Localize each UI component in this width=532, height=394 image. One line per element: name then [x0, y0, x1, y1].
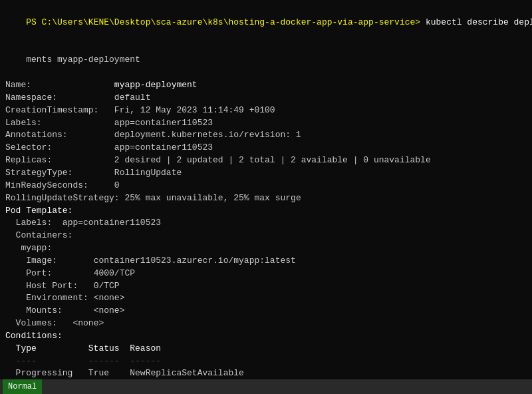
field-annotations: Annotations: deployment.kubernetes.io/re…	[5, 129, 527, 142]
pod-labels: Labels: app=container110523	[5, 217, 527, 230]
command-continuation: ments myapp-deployment	[5, 42, 527, 80]
mode-indicator: Normal	[3, 379, 42, 394]
field-namespace: Namespace: default	[5, 92, 527, 104]
field-creation: CreationTimestamp: Fri, 12 May 2023 11:1…	[5, 104, 527, 117]
prompt: PS C:\Users\KENE\Desktop\sca-azure\k8s\h…	[26, 17, 420, 27]
field-name: Name: myapp-deployment	[5, 79, 527, 92]
container-mounts: Mounts: <none>	[5, 305, 527, 317]
mode-label: Normal	[8, 382, 37, 391]
volumes: Volumes: <none>	[5, 317, 527, 330]
conditions-header: Type Status Reason	[5, 343, 527, 355]
field-rollingstrategy: RollingUpdateStrategy: 25% max unavailab…	[5, 192, 527, 205]
command-cont-text: ments myapp-deployment	[26, 55, 140, 65]
field-replicas: Replicas: 2 desired | 2 updated | 2 tota…	[5, 154, 527, 167]
container-image: Image: container110523.azurecr.io/myapp:…	[5, 255, 527, 268]
condition-progressing: Progressing True NewReplicaSetAvailable	[5, 367, 527, 380]
container-name: myapp:	[5, 242, 527, 255]
conditions-separator: ---- ------ ------	[5, 355, 527, 368]
field-strategy: StrategyType: RollingUpdate	[5, 167, 527, 180]
field-minready: MinReadySeconds: 0	[5, 180, 527, 192]
command: kubectl describe deploy	[420, 17, 532, 27]
command-line: PS C:\Users\KENE\Desktop\sca-azure\k8s\h…	[5, 4, 527, 42]
terminal: PS C:\Users\KENE\Desktop\sca-azure\k8s\h…	[0, 0, 532, 394]
pod-template-title: Pod Template:	[5, 205, 527, 218]
conditions-title: Conditions:	[5, 330, 527, 343]
field-selector: Selector: app=container110523	[5, 142, 527, 154]
container-port: Port: 4000/TCP	[5, 268, 527, 280]
field-labels: Labels: app=container110523	[5, 117, 527, 130]
containers-title: Containers:	[5, 230, 527, 242]
container-hostport: Host Port: 0/TCP	[5, 280, 527, 293]
status-bar: Normal	[0, 379, 532, 394]
container-env: Environment: <none>	[5, 292, 527, 305]
